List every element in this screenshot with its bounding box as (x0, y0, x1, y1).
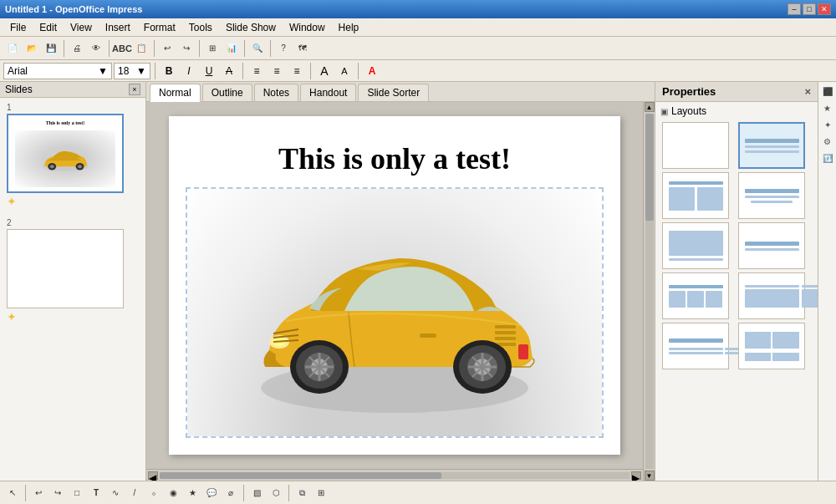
font-decrease-btn[interactable]: A (335, 63, 354, 79)
slide-canvas[interactable]: This is only a test! (169, 116, 620, 455)
select-btn[interactable]: ↖ (3, 484, 22, 502)
open-btn[interactable]: 📂 (23, 39, 41, 58)
v-scroll-track[interactable] (645, 114, 654, 469)
layout-6[interactable] (738, 222, 805, 269)
connector-btn[interactable]: ⌀ (222, 484, 240, 502)
side-icon-3[interactable]: ✦ (820, 117, 835, 132)
menu-slideshow[interactable]: Slide Show (219, 20, 283, 35)
layout-8[interactable] (738, 272, 805, 319)
table-btn[interactable]: ⊞ (203, 39, 222, 58)
slides-panel-close-btn[interactable]: × (129, 84, 140, 95)
flip-btn[interactable]: ↪ (48, 484, 67, 502)
layout-9[interactable] (662, 323, 729, 369)
layout-10[interactable] (738, 323, 805, 369)
group-btn[interactable]: ⊞ (312, 484, 330, 502)
side-icon-2[interactable]: ★ (820, 100, 835, 115)
shadow-btn[interactable]: ▧ (247, 484, 266, 502)
menu-edit[interactable]: Edit (33, 20, 64, 35)
bold-btn[interactable]: B (160, 63, 178, 79)
slide-star-2: ✦ (7, 310, 139, 323)
curve-btn[interactable]: ∿ (106, 484, 125, 502)
3d-btn[interactable]: ⬡ (267, 484, 285, 502)
slide-thumb-inner-2[interactable] (7, 229, 124, 308)
tab-normal[interactable]: Normal (150, 84, 201, 102)
slide-thumb-2[interactable]: 2 ✦ (7, 218, 139, 323)
h-scroll-track[interactable] (160, 472, 630, 479)
undo-btn[interactable]: ↩ (158, 39, 176, 58)
rect-btn[interactable]: □ (68, 484, 86, 502)
slide-thumb-1[interactable]: 1 This is only a test! (7, 103, 139, 208)
side-icon-5[interactable]: 🔃 (820, 150, 835, 165)
scroll-down-btn[interactable]: ▼ (645, 471, 655, 481)
spellcheck-btn[interactable]: ABC (113, 39, 131, 58)
menu-view[interactable]: View (64, 20, 99, 35)
layout-7-col3 (706, 291, 722, 308)
star-btn[interactable]: ★ (183, 484, 201, 502)
tab-slide-sorter[interactable]: Slide Sorter (358, 84, 429, 101)
line-btn[interactable]: / (125, 484, 144, 502)
layout-4[interactable] (738, 172, 805, 219)
arrange-btn[interactable]: ⧉ (293, 484, 311, 502)
italic-btn[interactable]: I (180, 63, 198, 79)
align-center-btn[interactable]: ≡ (268, 63, 286, 79)
callout-btn[interactable]: 💬 (202, 484, 221, 502)
side-icon-4[interactable]: ⚙ (820, 134, 835, 149)
tab-outline[interactable]: Outline (202, 84, 252, 101)
h-scroll-thumb[interactable] (160, 472, 441, 479)
v-scrollbar[interactable]: ▲ ▼ (643, 102, 655, 481)
side-icon-1[interactable]: ⬛ (820, 84, 835, 99)
font-size-dropdown-icon[interactable]: ▼ (136, 65, 146, 77)
rotate-btn[interactable]: ↩ (29, 484, 48, 502)
v-scroll-thumb[interactable] (645, 114, 654, 221)
slide-image-area[interactable] (186, 187, 604, 438)
properties-close-btn[interactable]: × (804, 85, 811, 98)
navigator-btn[interactable]: 🗺 (293, 39, 312, 58)
layout-5[interactable] (662, 222, 729, 269)
new-btn[interactable]: 📄 (3, 39, 22, 58)
slide-thumb-inner-1[interactable]: This is only a test! (7, 114, 124, 193)
layout-title-content[interactable] (662, 172, 729, 219)
preview-btn[interactable]: 👁 (87, 39, 105, 58)
menu-help[interactable]: Help (332, 20, 366, 35)
scroll-right-btn[interactable]: ▶ (631, 471, 641, 480)
paste-btn[interactable]: 📋 (132, 39, 150, 58)
shapes-btn[interactable]: ◉ (164, 484, 182, 502)
menu-insert[interactable]: Insert (99, 20, 137, 35)
menu-window[interactable]: Window (283, 20, 332, 35)
help-btn[interactable]: ? (274, 39, 293, 58)
layout-7[interactable] (662, 272, 729, 319)
close-btn[interactable]: ✕ (818, 3, 831, 15)
menu-tools[interactable]: Tools (182, 20, 219, 35)
align-left-btn[interactable]: ≡ (247, 63, 266, 79)
text-btn[interactable]: T (87, 484, 105, 502)
tab-notes[interactable]: Notes (254, 84, 298, 101)
chart-btn[interactable]: 📊 (222, 39, 241, 58)
font-color-btn[interactable]: A (363, 63, 381, 79)
scroll-left-btn[interactable]: ◀ (148, 471, 158, 480)
minimize-btn[interactable]: – (788, 3, 801, 15)
find-btn[interactable]: 🔍 (248, 39, 267, 58)
redo-btn[interactable]: ↪ (177, 39, 196, 58)
save-btn[interactable]: 💾 (42, 39, 60, 58)
scroll-up-btn[interactable]: ▲ (645, 102, 655, 112)
tab-handout[interactable]: Handout (300, 84, 356, 101)
maximize-btn[interactable]: □ (803, 3, 816, 15)
layout-title[interactable] (738, 122, 805, 169)
font-increase-btn[interactable]: A (315, 63, 334, 79)
underline-btn[interactable]: U (200, 63, 218, 79)
svg-rect-12 (495, 331, 516, 334)
menu-file[interactable]: File (3, 20, 33, 35)
strikethrough-btn[interactable]: A (220, 63, 238, 79)
layout-blank[interactable] (662, 122, 729, 169)
align-right-btn[interactable]: ≡ (288, 63, 306, 79)
font-name-select[interactable]: Arial ▼ (3, 63, 112, 79)
layouts-collapse-icon[interactable]: ▣ (660, 107, 668, 116)
font-size-select[interactable]: 18 ▼ (114, 63, 150, 79)
font-dropdown-icon[interactable]: ▼ (98, 65, 108, 77)
menu-format[interactable]: Format (137, 20, 182, 35)
canvas-scroll[interactable]: This is only a test! (146, 102, 643, 469)
h-scrollbar[interactable]: ◀ ▶ (146, 469, 643, 481)
print-btn[interactable]: 🖨 (68, 39, 86, 58)
arrow-btn[interactable]: ⬦ (145, 484, 163, 502)
slide-star-1: ✦ (7, 195, 139, 208)
